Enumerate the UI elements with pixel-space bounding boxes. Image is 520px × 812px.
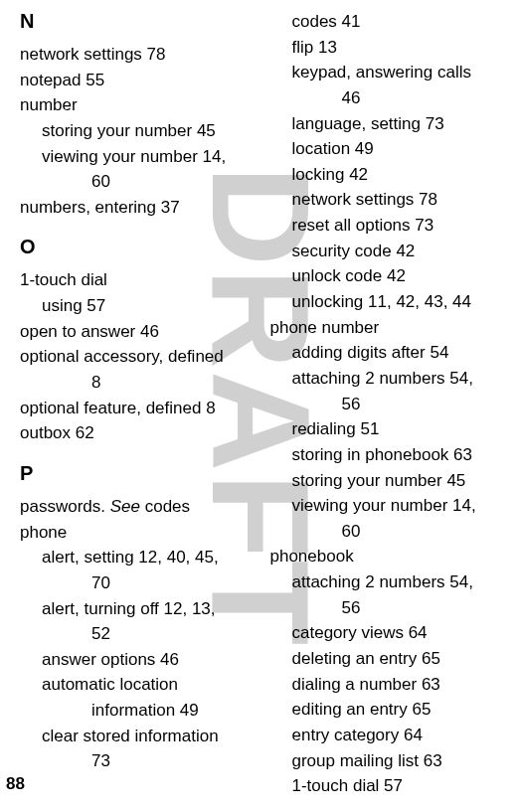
section-header-n: N — [20, 10, 260, 33]
index-subentry: codes 41 — [270, 10, 511, 35]
index-subentry: storing your number 45 — [20, 119, 260, 144]
section-header-p: P — [20, 462, 260, 485]
index-continuation: 56 — [270, 596, 511, 621]
index-continuation: 56 — [270, 393, 511, 417]
entry-text: passwords. — [20, 497, 110, 516]
index-entry: notepad 55 — [20, 69, 260, 93]
index-subentry: unlocking 11, 42, 43, 44 — [270, 290, 511, 315]
section-header-o: O — [20, 236, 260, 258]
index-subentry: clear stored information — [20, 725, 260, 749]
index-continuation: information 49 — [20, 699, 260, 724]
see-reference: See — [110, 497, 140, 516]
index-subentry: locking 42 — [270, 163, 511, 188]
index-entry: 1-touch dial — [20, 268, 260, 293]
index-subentry: category views 64 — [270, 621, 511, 646]
index-subentry: alert, setting 12, 40, 45, — [20, 546, 260, 570]
index-subentry: adding digits after 54 — [270, 341, 511, 366]
left-column: N network settings 78 notepad 55 number … — [0, 10, 270, 800]
index-subentry: alert, turning off 12, 13, — [20, 597, 260, 622]
index-subentry: dialing a number 63 — [270, 673, 511, 698]
index-continuation: 70 — [20, 571, 260, 596]
index-continuation: 60 — [270, 520, 511, 545]
index-subentry: attaching 2 numbers 54, — [270, 367, 511, 392]
index-subentry: using 57 — [20, 294, 260, 319]
index-subentry: security code 42 — [270, 240, 511, 264]
index-subentry: storing your number 45 — [270, 469, 511, 494]
index-entry: number — [20, 93, 260, 118]
index-subentry: group mailing list 63 — [270, 749, 511, 774]
entry-text: codes — [140, 497, 190, 516]
index-subentry: deleting an entry 65 — [270, 647, 511, 672]
index-continuation: 8 — [20, 371, 260, 396]
index-subentry: 1-touch dial 57 — [270, 774, 511, 799]
index-subentry: answer options 46 — [20, 648, 260, 673]
index-continuation: 73 — [20, 749, 260, 774]
index-entry: optional feature, defined 8 — [20, 397, 260, 421]
page-number: 88 — [6, 774, 25, 794]
index-subentry: language, setting 73 — [270, 112, 511, 137]
index-subentry: redialing 51 — [270, 417, 511, 442]
index-entry: optional accessory, defined — [20, 345, 260, 370]
index-entry: phonebook — [270, 545, 511, 569]
index-subentry: network settings 78 — [270, 188, 511, 213]
index-entry: open to answer 46 — [20, 320, 260, 345]
index-entry: network settings 78 — [20, 43, 260, 68]
index-subentry: location 49 — [270, 137, 511, 162]
index-subentry: flip 13 — [270, 36, 511, 61]
index-subentry: unlock code 42 — [270, 264, 511, 289]
index-subentry: entry category 64 — [270, 724, 511, 748]
index-entry: phone number — [270, 316, 511, 341]
index-columns: N network settings 78 notepad 55 number … — [0, 0, 520, 800]
index-subentry: viewing your number 14, — [20, 145, 260, 170]
index-subentry: automatic location — [20, 673, 260, 698]
index-continuation: 46 — [270, 86, 511, 111]
index-continuation: 60 — [20, 170, 260, 195]
index-subentry: editing an entry 65 — [270, 698, 511, 723]
index-subentry: storing in phonebook 63 — [270, 443, 511, 468]
index-subentry: keypad, answering calls — [270, 61, 511, 85]
index-subentry: attaching 2 numbers 54, — [270, 570, 511, 595]
index-continuation: 52 — [20, 622, 260, 647]
index-entry: phone — [20, 521, 260, 546]
index-entry: numbers, entering 37 — [20, 196, 260, 221]
index-subentry: viewing your number 14, — [270, 494, 511, 519]
index-subentry: reset all options 73 — [270, 214, 511, 239]
index-entry: passwords. See codes — [20, 495, 260, 520]
right-column: codes 41 flip 13 keypad, answering calls… — [270, 10, 521, 800]
index-entry: outbox 62 — [20, 421, 260, 446]
